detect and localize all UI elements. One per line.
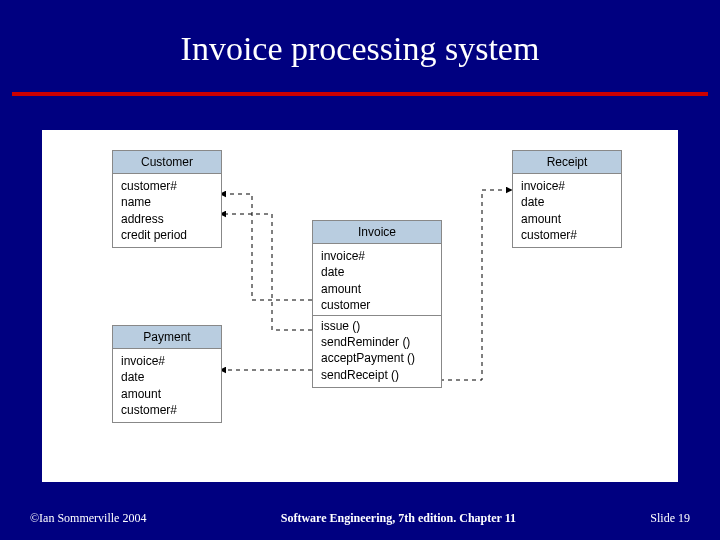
title-area: Invoice processing system (0, 0, 720, 100)
class-attr: date (321, 264, 433, 280)
class-attr: amount (321, 281, 433, 297)
class-attr: invoice# (321, 248, 433, 264)
class-attr: amount (121, 386, 213, 402)
class-customer-header: Customer (113, 151, 221, 174)
class-receipt-header: Receipt (513, 151, 621, 174)
class-attr: credit period (121, 227, 213, 243)
class-attr: customer# (121, 402, 213, 418)
class-customer: Customer customer# name address credit p… (112, 150, 222, 248)
class-attr: date (521, 194, 613, 210)
class-invoice-body: invoice# date amount customer issue () s… (313, 244, 441, 387)
class-attr: customer# (521, 227, 613, 243)
class-invoice: Invoice invoice# date amount customer is… (312, 220, 442, 388)
class-payment: Payment invoice# date amount customer# (112, 325, 222, 423)
class-invoice-header: Invoice (313, 221, 441, 244)
class-receipt-body: invoice# date amount customer# (513, 174, 621, 247)
class-payment-header: Payment (113, 326, 221, 349)
class-attr: invoice# (521, 178, 613, 194)
class-receipt: Receipt invoice# date amount customer# (512, 150, 622, 248)
class-separator (313, 315, 441, 316)
class-attr: address (121, 211, 213, 227)
slide-title: Invoice processing system (0, 30, 720, 68)
title-underline (12, 92, 708, 96)
class-op: issue () (321, 318, 433, 334)
footer-center: Software Engineering, 7th edition. Chapt… (281, 511, 516, 526)
class-attr: name (121, 194, 213, 210)
class-op: sendReceipt () (321, 367, 433, 383)
class-attr: customer (321, 297, 433, 313)
diagram-canvas: Customer customer# name address credit p… (42, 130, 678, 482)
class-attr: customer# (121, 178, 213, 194)
class-customer-body: customer# name address credit period (113, 174, 221, 247)
class-attr: amount (521, 211, 613, 227)
class-op: acceptPayment () (321, 350, 433, 366)
class-op: sendReminder () (321, 334, 433, 350)
footer-left: ©Ian Sommerville 2004 (30, 511, 146, 526)
footer-right: Slide 19 (650, 511, 690, 526)
slide: Invoice processing system Customer custo… (0, 0, 720, 540)
class-attr: date (121, 369, 213, 385)
footer: ©Ian Sommerville 2004 Software Engineeri… (0, 508, 720, 528)
class-attr: invoice# (121, 353, 213, 369)
class-payment-body: invoice# date amount customer# (113, 349, 221, 422)
